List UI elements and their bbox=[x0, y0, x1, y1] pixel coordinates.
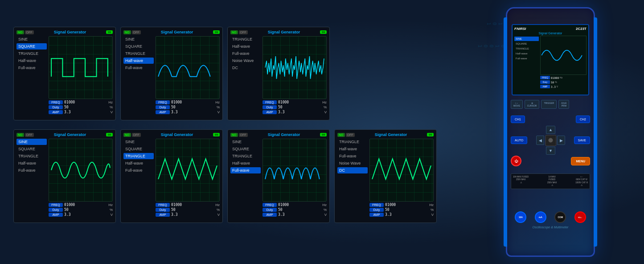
duty-unit-7: % bbox=[324, 208, 327, 212]
freq-value-1: 01000 bbox=[64, 100, 107, 104]
amp-label-8: AMP bbox=[369, 213, 384, 217]
amp-unit-5: V bbox=[111, 213, 113, 217]
panel-2-body: SINE SQUARE TRIANGLE Half-wave Full-wave… bbox=[123, 36, 220, 114]
wave-halfwave-5[interactable]: Half-wave bbox=[16, 160, 47, 166]
wave-triangle-7[interactable]: TRIANGLE bbox=[230, 153, 261, 159]
wave-square-5[interactable]: SQUARE bbox=[16, 146, 47, 152]
btn-off-7[interactable]: OFF bbox=[239, 133, 248, 137]
wave-halfwave-7[interactable]: Half-wave bbox=[230, 160, 261, 166]
wave-noisewave-3[interactable]: Noise Wave bbox=[230, 58, 261, 64]
wave-fullwave-1[interactable]: Full-wave bbox=[16, 65, 47, 71]
device-screen: FNIRSI 2C23T Signal Generator SINE SQUAR… bbox=[512, 24, 589, 95]
panel-dc: NO OFF Signal Generator 99 TRIANGLE Half… bbox=[334, 129, 437, 223]
wave-sine-7[interactable]: SINE bbox=[230, 139, 261, 145]
dpad-left[interactable]: ◀ bbox=[536, 136, 544, 145]
wave-halfwave-3[interactable]: Half-wave bbox=[230, 43, 261, 50]
btn-cursor[interactable]: ⊕CURSOR bbox=[525, 100, 540, 109]
btn-menu[interactable]: MENU bbox=[571, 157, 590, 165]
freq-unit-3: Hz bbox=[322, 100, 327, 104]
btn-no-7[interactable]: NO bbox=[230, 133, 238, 137]
controls-3: FREQ 01000 Hz Duty 50 % AMP 3.3 V bbox=[263, 100, 327, 114]
btn-off-1[interactable]: OFF bbox=[25, 30, 34, 34]
btn-ch1[interactable]: CH1 bbox=[511, 116, 525, 123]
wave-fullwave-2[interactable]: Full-wave bbox=[123, 65, 154, 71]
wave-triangle-5[interactable]: TRIANGLE bbox=[16, 153, 47, 159]
wave-fullwave-6[interactable]: Full-wave bbox=[123, 167, 154, 173]
wave-halfwave-8[interactable]: Half-wave bbox=[337, 146, 368, 152]
device-wave-fullwave[interactable]: Full-wave bbox=[514, 56, 539, 61]
btn-off-5[interactable]: OFF bbox=[25, 133, 34, 137]
wave-triangle-6[interactable]: TRIANGLE bbox=[123, 153, 154, 159]
btn-power[interactable]: ⏻ bbox=[511, 156, 521, 166]
wave-sine-5[interactable]: SINE bbox=[16, 139, 47, 145]
amp-label-1: AMP bbox=[49, 110, 63, 114]
battery-5: 99 bbox=[106, 133, 113, 136]
wave-dc-8[interactable]: DC bbox=[337, 167, 368, 173]
panel-2-header: NO OFF Signal Generator 99 bbox=[123, 30, 220, 34]
device-wave-halfwave[interactable]: Half-wave bbox=[514, 51, 539, 56]
device-freq-label: FREQ bbox=[540, 76, 550, 79]
wave-sine-2[interactable]: SINE bbox=[123, 36, 154, 42]
btn-off-3[interactable]: OFF bbox=[239, 30, 248, 34]
wave-noisewave-8[interactable]: Noise Wave bbox=[337, 160, 368, 166]
freq-value-6: 01000 bbox=[171, 203, 214, 207]
device-bottom-label: Oscilloscope & Multimeter bbox=[511, 226, 590, 229]
freq-label-5: FREQ bbox=[49, 203, 63, 207]
wave-triangle-1[interactable]: TRIANGLE bbox=[16, 50, 47, 57]
wave-fullwave-8[interactable]: Full-wave bbox=[337, 153, 368, 159]
btn-off-6[interactable]: OFF bbox=[132, 133, 141, 137]
amp-unit-7: V bbox=[324, 213, 327, 217]
btn-auto[interactable]: AUTO bbox=[511, 136, 527, 144]
wave-sine-1[interactable]: SINE bbox=[16, 36, 47, 42]
device-wave-square[interactable]: SQUARE bbox=[514, 41, 539, 46]
freq-unit-1: Hz bbox=[108, 100, 113, 104]
btn-move[interactable]: ↕↔MOVE bbox=[511, 100, 523, 109]
terminal-com: COM bbox=[554, 211, 566, 223]
duty-row-8: Duty 50 % bbox=[369, 208, 434, 212]
freq-row-2: FREQ 01000 Hz bbox=[156, 100, 220, 104]
btn-ch2[interactable]: CH2 bbox=[576, 116, 590, 123]
device-wave-triangle[interactable]: TRIANGLE bbox=[514, 46, 539, 51]
btn-no-1[interactable]: NO bbox=[16, 30, 24, 34]
duty-row-5: Duty 50 % bbox=[49, 208, 113, 212]
dpad-center-btn[interactable] bbox=[545, 135, 556, 146]
btn-no-2[interactable]: NO bbox=[123, 30, 131, 34]
panel-1-title: Signal Generator bbox=[54, 30, 86, 34]
freq-row-5: FREQ 01000 Hz bbox=[49, 203, 113, 207]
wave-square-2[interactable]: SQUARE bbox=[123, 43, 154, 50]
wave-display-5: FREQ 01000 Hz Duty 50 % AMP 3.3 V bbox=[49, 139, 113, 217]
wave-triangle-3[interactable]: TRIANGLE bbox=[230, 36, 261, 42]
dpad-down[interactable]: ▼ bbox=[546, 147, 555, 155]
wave-square-7[interactable]: SQUARE bbox=[230, 146, 261, 152]
wave-triangle-2[interactable]: TRIANGLE bbox=[123, 50, 154, 57]
wave-sine-6[interactable]: SINE bbox=[123, 139, 154, 145]
btn-off-2[interactable]: OFF bbox=[132, 30, 141, 34]
device-freq-unit: Hz bbox=[560, 76, 562, 79]
btn-no-6[interactable]: NO bbox=[123, 133, 131, 137]
wave-list-8: TRIANGLE Half-wave Full-wave Noise Wave … bbox=[337, 139, 368, 217]
wave-square-1[interactable]: SQUARE bbox=[16, 43, 47, 50]
wave-fullwave-5[interactable]: Full-wave bbox=[16, 167, 47, 173]
btn-no-3[interactable]: NO bbox=[230, 30, 238, 34]
panel-5-header: NO OFF Signal Generator 99 bbox=[16, 132, 113, 137]
wave-dc-3[interactable]: DC bbox=[230, 65, 261, 71]
btn-trigger[interactable]: TRIGGER bbox=[541, 100, 557, 109]
btn-prm[interactable]: A/mAPRM bbox=[558, 100, 569, 109]
btn-no-5[interactable]: NO bbox=[16, 133, 24, 137]
wave-fullwave-7[interactable]: Full-wave bbox=[230, 167, 261, 173]
wave-square-6[interactable]: SQUARE bbox=[123, 146, 154, 152]
wave-fullwave-3[interactable]: Full-wave bbox=[230, 50, 261, 57]
wave-triangle-8[interactable]: TRIANGLE bbox=[337, 139, 368, 145]
battery-6: 99 bbox=[213, 133, 220, 136]
wave-halfwave-1[interactable]: Half-wave bbox=[16, 58, 47, 64]
btn-no-8[interactable]: NO bbox=[337, 133, 345, 137]
device-wave-sine[interactable]: SINE bbox=[514, 37, 539, 41]
dpad-right[interactable]: ▶ bbox=[557, 136, 565, 145]
btn-save[interactable]: SAVE bbox=[574, 136, 590, 144]
wave-halfwave-2[interactable]: Half-wave bbox=[123, 58, 154, 64]
dpad-up[interactable]: ▲ bbox=[546, 126, 555, 134]
wave-halfwave-6[interactable]: Half-wave bbox=[123, 160, 154, 166]
btn-off-8[interactable]: OFF bbox=[346, 133, 355, 137]
freq-label-1: FREQ bbox=[49, 100, 63, 104]
wave-list-7: SINE SQUARE TRIANGLE Half-wave Full-wave bbox=[230, 139, 261, 217]
